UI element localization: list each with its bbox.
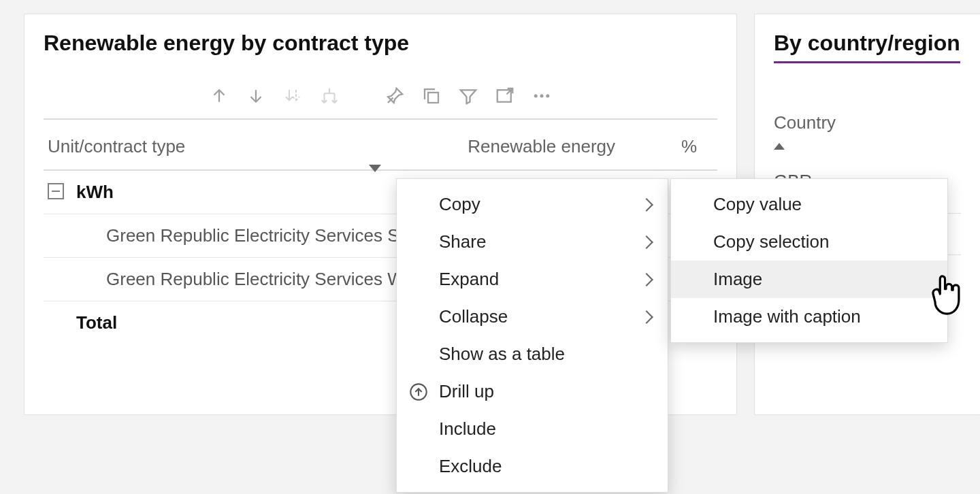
submenu-copy-selection[interactable]: Copy selection	[671, 223, 947, 261]
menu-label: Copy value	[713, 194, 802, 215]
menu-label: Copy selection	[713, 231, 830, 252]
collapse-icon[interactable]	[48, 183, 64, 199]
tab-by-country[interactable]: By country/region	[774, 31, 960, 63]
pin-icon[interactable]	[385, 86, 405, 106]
menu-label: Include	[439, 418, 496, 440]
submenu-image-with-caption[interactable]: Image with caption	[671, 298, 947, 335]
drill-down-icon[interactable]	[246, 86, 266, 106]
filter-icon[interactable]	[458, 86, 478, 106]
drill-up-circle-icon	[409, 382, 428, 401]
svg-point-3	[540, 95, 544, 98]
menu-label: Drill up	[439, 381, 494, 402]
copy-icon[interactable]	[421, 86, 442, 106]
menu-label: Image with caption	[713, 306, 861, 327]
visual-toolbar	[44, 80, 717, 120]
table-header: Unit/contract type Renewable energy %	[44, 124, 717, 171]
sort-asc-icon	[774, 143, 785, 150]
menu-label: Expand	[439, 269, 499, 290]
sort-desc-icon	[369, 165, 381, 172]
focus-mode-icon[interactable]	[495, 86, 515, 106]
expand-down-level-icon[interactable]	[282, 86, 303, 106]
table-row[interactable]: GBR	[774, 159, 961, 179]
context-menu: Copy Share Expand Collapse Show as a tab…	[396, 178, 668, 493]
menu-expand[interactable]: Expand	[397, 261, 668, 298]
column-label: Renewable energy	[468, 136, 615, 157]
menu-label: Copy	[439, 194, 480, 215]
menu-show-as-table[interactable]: Show as a table	[397, 335, 668, 373]
menu-label: Exclude	[439, 456, 502, 477]
menu-copy[interactable]: Copy	[397, 186, 668, 223]
chevron-right-icon	[640, 198, 653, 212]
column-renewable-energy[interactable]: Renewable energy	[402, 136, 642, 157]
context-submenu-copy: Copy value Copy selection Image Image wi…	[670, 178, 948, 343]
drill-up-icon[interactable]	[209, 86, 229, 106]
column-country[interactable]: Country	[774, 112, 961, 159]
chevron-right-icon	[640, 310, 653, 324]
column-label: Country	[774, 112, 836, 133]
menu-label: Collapse	[439, 306, 508, 327]
submenu-copy-value[interactable]: Copy value	[671, 186, 947, 223]
visual-title: Renewable energy by contract type	[44, 31, 717, 56]
menu-drill-up[interactable]: Drill up	[397, 373, 668, 410]
menu-exclude[interactable]: Exclude	[397, 448, 668, 485]
expand-hierarchy-icon[interactable]	[319, 86, 340, 106]
svg-point-2	[534, 95, 538, 98]
submenu-image[interactable]: Image	[671, 261, 947, 298]
svg-point-4	[546, 95, 549, 98]
chevron-right-icon	[640, 235, 653, 249]
menu-include[interactable]: Include	[397, 410, 668, 448]
menu-label: Image	[713, 269, 762, 290]
column-percent[interactable]: %	[642, 136, 710, 157]
menu-label: Show as a table	[439, 344, 565, 365]
column-unit-contract[interactable]: Unit/contract type	[48, 136, 402, 157]
more-options-icon[interactable]	[532, 86, 552, 106]
menu-label: Share	[439, 231, 486, 252]
menu-collapse[interactable]: Collapse	[397, 298, 668, 335]
chevron-right-icon	[640, 273, 653, 286]
svg-rect-0	[428, 93, 438, 103]
menu-share[interactable]: Share	[397, 223, 668, 261]
